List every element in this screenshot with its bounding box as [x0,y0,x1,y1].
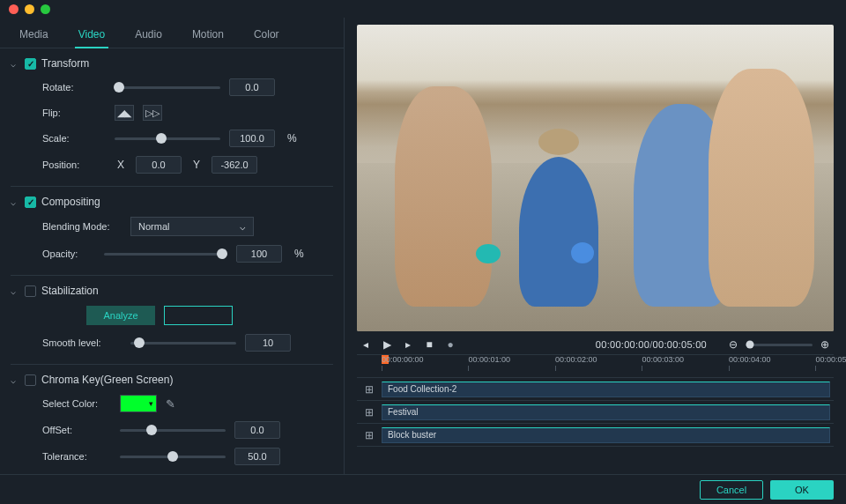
tab-motion[interactable]: Motion [189,23,227,48]
select-color-label: Select Color: [42,398,111,409]
preview-timeline-panel: ◂ ▶ ▸ ■ ● 00:00:00:00/00:00:05:00 ⊖ ⊕ 00… [344,18,846,474]
flip-vertical-button[interactable]: ▷▷ [143,105,162,121]
maximize-window-button[interactable] [41,4,50,14]
dialog-button-bar: Cancel OK [0,474,846,504]
eyedropper-icon[interactable]: ✎ [166,397,175,411]
chevron-down-icon: ⌵ [11,197,19,207]
filmstrip-icon[interactable]: ⊞ [357,406,382,419]
scale-input[interactable] [229,130,275,147]
section-compositing-header[interactable]: ⌵ Compositing [11,196,333,208]
ruler-tick: 00:00:01:00 [468,355,510,377]
timeline-track: ⊞Block buster [357,424,834,447]
rotate-slider[interactable] [115,86,220,89]
stabilization-title: Stabilization [41,285,99,297]
timeline-clip[interactable]: Festival [382,404,830,420]
zoom-slider[interactable] [746,344,813,346]
chevron-down-icon: ⌵ [240,221,246,233]
timeline-tracks: ⊞Food Collection-2⊞Festival⊞Block buster [357,378,834,447]
compositing-checkbox[interactable] [25,196,36,208]
chevron-down-icon: ⌵ [11,375,19,385]
blend-value: Normal [138,221,169,232]
zoom-out-button[interactable]: ⊖ [726,338,740,351]
inspector-panel: Media Video Audio Motion Color ⌵ Transfo… [0,18,344,474]
pos-y-input[interactable] [212,156,257,174]
timecode-display: 00:00:00:00/00:00:05:00 [596,339,707,350]
flip-horizontal-button[interactable]: ◢◣ [115,105,134,121]
ok-button[interactable]: OK [770,480,834,500]
minimize-window-button[interactable] [25,4,34,14]
stabilization-checkbox[interactable] [25,285,36,297]
scale-label: Scale: [42,133,106,144]
ruler-tick: 00:00:05:00 [815,355,846,377]
offset-slider[interactable] [120,429,226,432]
tab-color[interactable]: Color [250,23,283,48]
tab-video[interactable]: Video [75,23,108,48]
offset-label: OffSet: [42,425,111,435]
filmstrip-icon[interactable]: ⊞ [357,383,382,396]
chroma-color-swatch[interactable]: ▾ [120,395,157,412]
blend-label: Blending Mode: [42,221,122,232]
filmstrip-icon[interactable]: ⊞ [357,429,382,441]
inspector-tabs: Media Video Audio Motion Color [0,18,344,48]
ruler-tick: 00:00:04:00 [729,355,771,377]
opacity-slider[interactable] [104,253,227,256]
tab-media[interactable]: Media [16,23,52,48]
position-label: Position: [42,159,106,170]
transform-title: Transform [41,57,89,70]
ruler-tick: 00:00:02:00 [555,355,597,377]
section-chroma-header[interactable]: ⌵ Chroma Key(Green Screen) [11,374,333,386]
close-window-button[interactable] [9,4,19,14]
smooth-label: Smooth level: [42,337,122,348]
scale-slider[interactable] [115,137,220,140]
timeline-track: ⊞Festival [357,401,834,424]
stabilization-secondary-button[interactable] [164,306,233,325]
timeline-clip[interactable]: Food Collection-2 [382,382,830,397]
stop-button[interactable]: ■ [422,338,436,351]
ruler-tick: 00:00:00:00 [382,355,424,377]
rotate-input[interactable] [229,78,275,96]
pos-x-label: X [115,159,127,171]
opacity-suffix: % [294,248,304,260]
chroma-checkbox[interactable] [25,374,36,386]
opacity-label: Opacity: [42,248,95,259]
compositing-title: Compositing [41,196,100,208]
section-transform-header[interactable]: ⌵ Transform [11,57,333,70]
prev-frame-button[interactable]: ◂ [359,338,373,351]
tolerance-slider[interactable] [120,456,226,458]
rotate-label: Rotate: [42,82,106,93]
pos-x-input[interactable] [136,156,182,174]
timeline-ruler[interactable]: 00:00:00:0000:00:01:0000:00:02:0000:00:0… [357,355,834,378]
next-frame-button[interactable]: ▸ [401,338,415,351]
timeline-clip[interactable]: Block buster [382,427,830,443]
video-preview[interactable] [357,25,834,331]
play-button[interactable]: ▶ [380,338,394,351]
tab-audio[interactable]: Audio [131,23,166,48]
tolerance-input[interactable] [234,448,280,465]
blend-mode-select[interactable]: Normal ⌵ [130,217,254,236]
chevron-down-icon: ▾ [149,399,153,408]
cancel-button[interactable]: Cancel [700,480,763,500]
section-stabilization-header[interactable]: ⌵ Stabilization [11,285,333,297]
record-button[interactable]: ● [443,338,457,351]
chevron-down-icon: ⌵ [11,286,19,296]
analyze-button[interactable]: Analyze [86,306,155,325]
window-titlebar [0,0,846,18]
smooth-input[interactable] [245,334,291,352]
chroma-title: Chroma Key(Green Screen) [41,374,173,386]
timeline-track: ⊞Food Collection-2 [357,378,834,401]
ruler-tick: 00:00:03:00 [642,355,684,377]
tolerance-label: Tolerance: [42,451,111,462]
chevron-down-icon: ⌵ [11,59,19,69]
transport-controls: ◂ ▶ ▸ ■ ● 00:00:00:00/00:00:05:00 ⊖ ⊕ [357,331,834,355]
pos-y-label: Y [190,159,203,171]
scale-suffix: % [287,132,297,145]
zoom-in-button[interactable]: ⊕ [818,338,832,351]
offset-input[interactable] [234,421,280,439]
transform-checkbox[interactable] [25,58,36,70]
flip-label: Flip: [42,107,106,118]
smooth-slider[interactable] [130,342,236,345]
opacity-input[interactable] [236,245,282,263]
